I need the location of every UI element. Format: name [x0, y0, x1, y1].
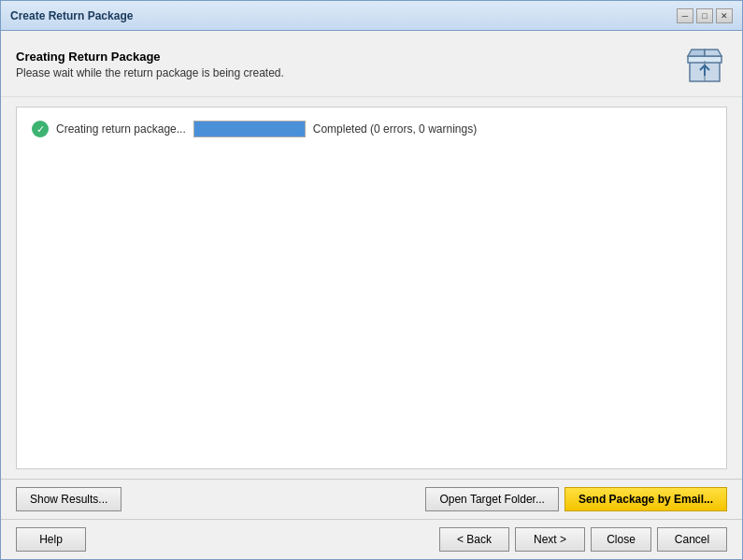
bottom-right-buttons: Open Target Folder... Send Package by Em… — [425, 487, 727, 511]
title-bar: Create Return Package ─ □ ✕ — [1, 1, 742, 31]
maximize-button[interactable]: □ — [696, 8, 713, 23]
create-return-package-dialog: Create Return Package ─ □ ✕ Creating Ret… — [0, 0, 743, 560]
footer: Help < Back Next > Close Cancel — [1, 519, 742, 559]
close-button[interactable]: Close — [591, 527, 651, 552]
help-button[interactable]: Help — [16, 527, 86, 552]
dialog-body: Creating Return Package Please wait whil… — [1, 31, 742, 559]
creating-package-subtitle: Please wait while the return package is … — [16, 66, 284, 79]
open-target-folder-button[interactable]: Open Target Folder... — [425, 487, 559, 511]
progress-label: Creating return package... — [56, 122, 186, 136]
cancel-button[interactable]: Cancel — [657, 527, 727, 552]
progress-status: Completed (0 errors, 0 warnings) — [313, 122, 477, 136]
dialog-header: Creating Return Package Please wait whil… — [1, 31, 742, 97]
dialog-title: Create Return Package — [10, 9, 133, 22]
close-window-button[interactable]: ✕ — [716, 8, 733, 23]
back-button[interactable]: < Back — [439, 527, 509, 552]
title-bar-controls: ─ □ ✕ — [677, 8, 733, 23]
bottom-buttons-row: Show Results... Open Target Folder... Se… — [1, 479, 742, 519]
check-icon: ✓ — [32, 121, 49, 137]
progress-row: ✓ Creating return package... Completed (… — [32, 117, 711, 141]
progress-bar-container — [193, 121, 306, 137]
footer-right: < Back Next > Close Cancel — [439, 527, 727, 552]
creating-package-title: Creating Return Package — [16, 50, 284, 64]
next-button[interactable]: Next > — [515, 527, 585, 552]
dialog-header-text: Creating Return Package Please wait whil… — [16, 50, 284, 79]
progress-area: ✓ Creating return package... Completed (… — [16, 107, 727, 469]
bottom-left-buttons: Show Results... — [16, 487, 121, 511]
footer-left: Help — [16, 527, 86, 552]
package-icon — [682, 42, 727, 87]
progress-bar-fill — [194, 122, 305, 136]
show-results-button[interactable]: Show Results... — [16, 487, 121, 511]
minimize-button[interactable]: ─ — [677, 8, 693, 23]
send-package-email-button[interactable]: Send Package by Email... — [564, 487, 727, 511]
